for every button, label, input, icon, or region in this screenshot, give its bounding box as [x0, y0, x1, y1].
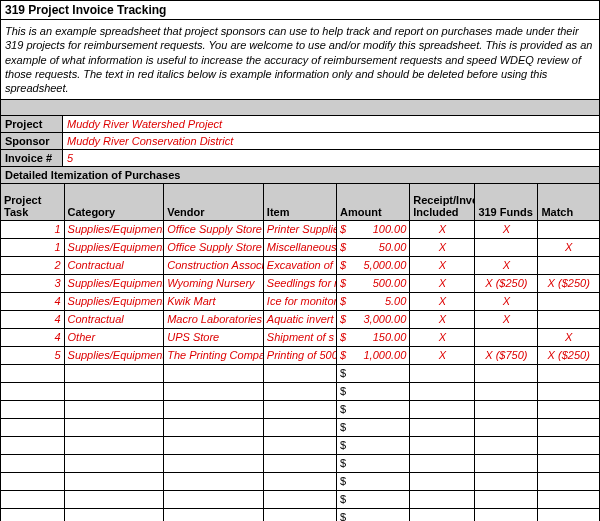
- cell[interactable]: [263, 364, 336, 382]
- cell[interactable]: [263, 436, 336, 454]
- cell-category[interactable]: Supplies/Equipment: [64, 220, 164, 238]
- cell-vendor[interactable]: UPS Store: [164, 328, 264, 346]
- cell-match[interactable]: [538, 220, 599, 238]
- cell[interactable]: [263, 400, 336, 418]
- cell-item[interactable]: Miscellaneous: [263, 238, 336, 256]
- cell[interactable]: [410, 400, 475, 418]
- cell[interactable]: [538, 364, 599, 382]
- cell-vendor[interactable]: Macro Laboratories: [164, 310, 264, 328]
- cell[interactable]: [410, 472, 475, 490]
- cell-task[interactable]: 4: [1, 310, 64, 328]
- cell[interactable]: [475, 364, 538, 382]
- cell[interactable]: [538, 472, 599, 490]
- cell-amount[interactable]: $: [337, 364, 410, 382]
- cell[interactable]: [164, 400, 264, 418]
- cell-amount[interactable]: $: [337, 400, 410, 418]
- cell[interactable]: [164, 418, 264, 436]
- cell-amount[interactable]: $3,000.00: [337, 310, 410, 328]
- cell-category[interactable]: Supplies/Equipment: [64, 274, 164, 292]
- cell-task[interactable]: 4: [1, 292, 64, 310]
- cell[interactable]: [475, 382, 538, 400]
- cell[interactable]: [64, 454, 164, 472]
- cell-amount[interactable]: $500.00: [337, 274, 410, 292]
- cell[interactable]: [1, 490, 64, 508]
- cell[interactable]: [538, 400, 599, 418]
- cell-match[interactable]: X ($250): [538, 274, 599, 292]
- cell[interactable]: [475, 400, 538, 418]
- cell[interactable]: [64, 472, 164, 490]
- cell-match[interactable]: X ($250): [538, 346, 599, 364]
- cell-task[interactable]: 1: [1, 238, 64, 256]
- cell-item[interactable]: Aquatic invert: [263, 310, 336, 328]
- cell[interactable]: [263, 454, 336, 472]
- cell-vendor[interactable]: Wyoming Nursery: [164, 274, 264, 292]
- cell[interactable]: [410, 382, 475, 400]
- cell-match[interactable]: [538, 310, 599, 328]
- cell[interactable]: [1, 382, 64, 400]
- cell-amount[interactable]: $: [337, 418, 410, 436]
- cell[interactable]: [538, 418, 599, 436]
- sponsor-value[interactable]: Muddy River Conservation District: [63, 133, 599, 149]
- cell-319funds[interactable]: X: [475, 256, 538, 274]
- cell[interactable]: [64, 382, 164, 400]
- cell-vendor[interactable]: The Printing Company: [164, 346, 264, 364]
- cell-319funds[interactable]: [475, 238, 538, 256]
- cell[interactable]: [164, 454, 264, 472]
- cell-receipt[interactable]: X: [410, 274, 475, 292]
- cell[interactable]: [538, 454, 599, 472]
- cell-receipt[interactable]: X: [410, 256, 475, 274]
- cell[interactable]: [538, 382, 599, 400]
- cell-319funds[interactable]: X: [475, 310, 538, 328]
- cell[interactable]: [1, 400, 64, 418]
- cell-319funds[interactable]: X: [475, 220, 538, 238]
- cell[interactable]: [263, 508, 336, 521]
- cell-category[interactable]: Contractual: [64, 256, 164, 274]
- cell-amount[interactable]: $: [337, 472, 410, 490]
- cell[interactable]: [410, 508, 475, 521]
- cell-amount[interactable]: $5,000.00: [337, 256, 410, 274]
- cell-receipt[interactable]: X: [410, 346, 475, 364]
- cell-amount[interactable]: $: [337, 454, 410, 472]
- cell[interactable]: [64, 400, 164, 418]
- cell[interactable]: [475, 490, 538, 508]
- cell[interactable]: [1, 472, 64, 490]
- cell[interactable]: [164, 364, 264, 382]
- cell[interactable]: [410, 418, 475, 436]
- cell[interactable]: [475, 508, 538, 521]
- cell[interactable]: [475, 436, 538, 454]
- cell-item[interactable]: Printer Supplie: [263, 220, 336, 238]
- cell-amount[interactable]: $100.00: [337, 220, 410, 238]
- cell[interactable]: [64, 364, 164, 382]
- cell-amount[interactable]: $: [337, 490, 410, 508]
- cell[interactable]: [1, 508, 64, 521]
- cell-amount[interactable]: $1,000.00: [337, 346, 410, 364]
- cell[interactable]: [475, 418, 538, 436]
- cell-match[interactable]: [538, 256, 599, 274]
- cell-match[interactable]: X: [538, 328, 599, 346]
- cell-category[interactable]: Contractual: [64, 310, 164, 328]
- cell[interactable]: [64, 490, 164, 508]
- cell[interactable]: [64, 418, 164, 436]
- cell-amount[interactable]: $: [337, 436, 410, 454]
- cell-item[interactable]: Ice for monitor: [263, 292, 336, 310]
- cell-receipt[interactable]: X: [410, 220, 475, 238]
- cell-amount[interactable]: $5.00: [337, 292, 410, 310]
- cell[interactable]: [475, 454, 538, 472]
- cell-category[interactable]: Other: [64, 328, 164, 346]
- cell[interactable]: [410, 436, 475, 454]
- cell[interactable]: [263, 382, 336, 400]
- cell-task[interactable]: 3: [1, 274, 64, 292]
- cell[interactable]: [410, 364, 475, 382]
- cell-amount[interactable]: $150.00: [337, 328, 410, 346]
- cell-amount[interactable]: $: [337, 508, 410, 521]
- cell[interactable]: [64, 508, 164, 521]
- cell-item[interactable]: Shipment of s: [263, 328, 336, 346]
- cell-category[interactable]: Supplies/Equipment: [64, 238, 164, 256]
- cell-task[interactable]: 1: [1, 220, 64, 238]
- cell-item[interactable]: Printing of 500: [263, 346, 336, 364]
- cell[interactable]: [538, 490, 599, 508]
- project-value[interactable]: Muddy River Watershed Project: [63, 116, 599, 132]
- cell[interactable]: [263, 472, 336, 490]
- cell-receipt[interactable]: X: [410, 238, 475, 256]
- cell[interactable]: [538, 508, 599, 521]
